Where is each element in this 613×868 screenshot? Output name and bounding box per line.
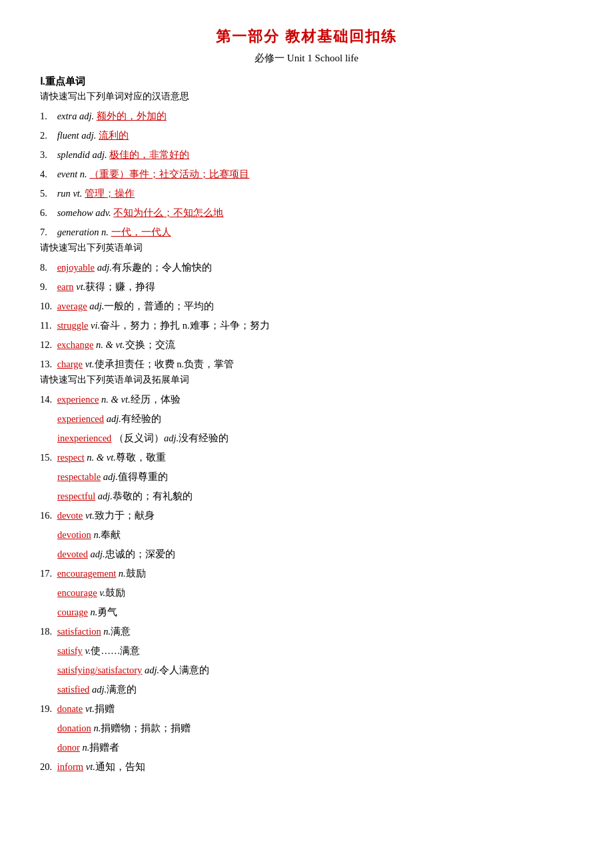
vocab-list-1: 1. extra adj. 额外的，外加的2. fluent adj. 流利的3… bbox=[40, 107, 573, 242]
list-item-sub: devoted adj.忠诚的；深爱的 bbox=[57, 545, 573, 564]
list-item-sub: satisfy v.使……满意 bbox=[57, 641, 573, 661]
section-title: Ⅰ.重点单词 bbox=[40, 75, 573, 88]
list-item-sub: donor n.捐赠者 bbox=[57, 738, 573, 757]
list-item: 13. charge vt.使承担责任；收费 n.负责，掌管 bbox=[40, 355, 573, 374]
list-item: 4. event n. （重要）事件；社交活动；比赛项目 bbox=[40, 165, 573, 184]
list-item-sub: respectable adj.值得尊重的 bbox=[57, 467, 573, 487]
main-title: 第一部分 教材基础回扣练 bbox=[40, 27, 573, 47]
list-item: 6. somehow adv. 不知为什么；不知怎么地 bbox=[40, 203, 573, 223]
list-item: 14. experience n. & vt.经历，体验 bbox=[40, 390, 573, 409]
list-item: 20. inform vt.通知，告知 bbox=[40, 757, 573, 777]
list-item: 3. splendid adj. 极佳的，非常好的 bbox=[40, 145, 573, 165]
list-item: 5. run vt. 管理；操作 bbox=[40, 184, 573, 203]
list-item-sub: satisfying/satisfactory adj.令人满意的 bbox=[57, 661, 573, 680]
instruction-2: 请快速写出下列英语单词 bbox=[40, 242, 573, 254]
list-item: 7. generation n. 一代，一代人 bbox=[40, 223, 573, 242]
list-item-sub: experienced adj.有经验的 bbox=[57, 409, 573, 429]
list-item: 17. encouragement n.鼓励 bbox=[40, 564, 573, 583]
list-item: 15. respect n. & vt.尊敬，敬重 bbox=[40, 448, 573, 467]
list-item-sub: courage n.勇气 bbox=[57, 603, 573, 622]
list-item-sub: encourage v.鼓励 bbox=[57, 583, 573, 603]
instruction-3: 请快速写出下列英语单词及拓展单词 bbox=[40, 374, 573, 386]
subtitle: 必修一 Unit 1 School life bbox=[40, 52, 573, 65]
list-item-sub: donation n.捐赠物；捐款；捐赠 bbox=[57, 719, 573, 738]
instruction-1: 请快速写出下列单词对应的汉语意思 bbox=[40, 91, 573, 103]
vocab-list-3: 14. experience n. & vt.经历，体验experienced … bbox=[40, 390, 573, 777]
list-item: 1. extra adj. 额外的，外加的 bbox=[40, 107, 573, 126]
list-item: 18. satisfaction n.满意 bbox=[40, 622, 573, 641]
list-item: 8. enjoyable adj.有乐趣的；令人愉快的 bbox=[40, 258, 573, 277]
list-item: 11. struggle vi.奋斗，努力；挣扎 n.难事；斗争；努力 bbox=[40, 316, 573, 335]
list-item: 9. earn vt.获得；赚，挣得 bbox=[40, 277, 573, 297]
list-item: 12. exchange n. & vt.交换；交流 bbox=[40, 335, 573, 355]
list-item: 2. fluent adj. 流利的 bbox=[40, 126, 573, 145]
list-item: 10. average adj.一般的，普通的；平均的 bbox=[40, 297, 573, 316]
list-item-sub: satisfied adj.满意的 bbox=[57, 680, 573, 699]
list-item-sub: respectful adj.恭敬的；有礼貌的 bbox=[57, 487, 573, 506]
vocab-list-2: 8. enjoyable adj.有乐趣的；令人愉快的9. earn vt.获得… bbox=[40, 258, 573, 374]
list-item-sub: devotion n.奉献 bbox=[57, 525, 573, 545]
list-item: 19. donate vt.捐赠 bbox=[40, 699, 573, 719]
list-item: 16. devote vt.致力于；献身 bbox=[40, 506, 573, 525]
list-item-sub: inexperienced （反义词）adj.没有经验的 bbox=[57, 429, 573, 448]
